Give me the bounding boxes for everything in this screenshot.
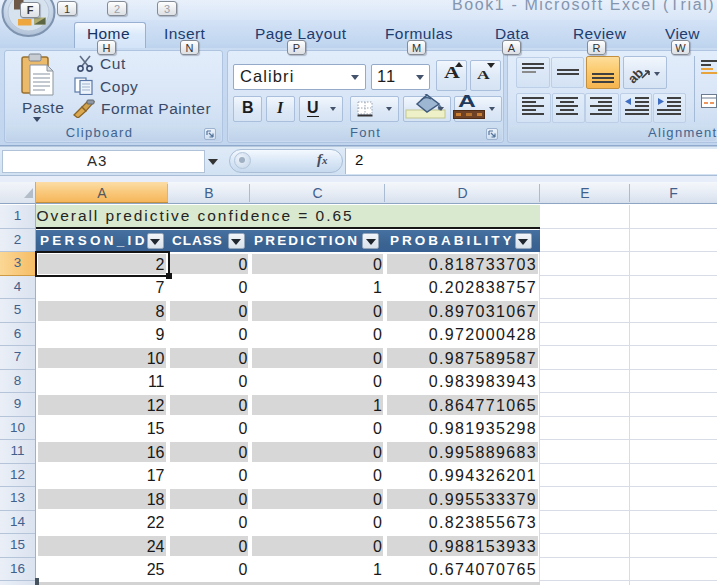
svg-text:ab: ab: [628, 65, 646, 84]
